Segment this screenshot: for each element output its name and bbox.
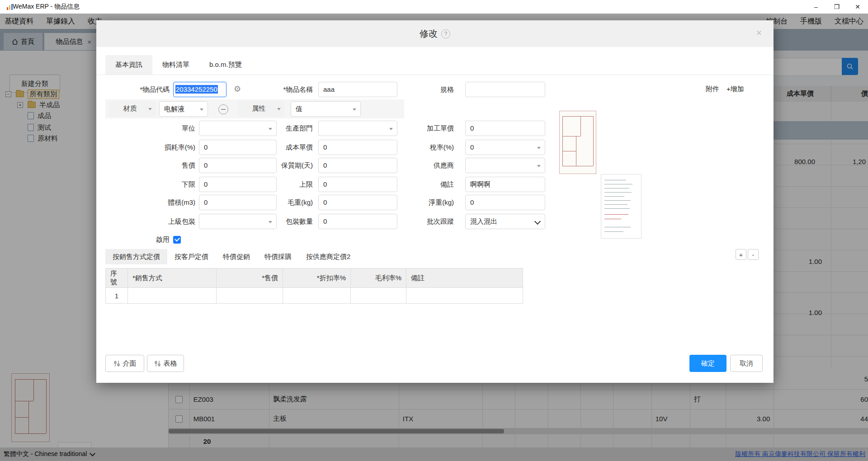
processing-price-label: 加工單價 <box>404 121 454 136</box>
cost-price-input[interactable]: 0 <box>318 140 397 155</box>
pricing-table: 序號 *銷售方式 *售價 *折扣率% 毛利率% 備註 1 <box>105 268 523 304</box>
pricing-table-row: 1 <box>106 288 523 303</box>
add-attachment-button[interactable]: +增加 <box>726 85 744 94</box>
upper-limit-input[interactable]: 0 <box>318 177 397 192</box>
pricing-table-header: 序號 *銷售方式 *售價 *折扣率% 毛利率% 備註 <box>106 268 523 288</box>
tab-basic-info[interactable]: 基本資訊 <box>105 55 152 75</box>
minimize-button[interactable]: – <box>806 0 826 14</box>
attribute-select[interactable]: 属性 <box>237 101 285 117</box>
enable-checkbox[interactable] <box>173 236 181 244</box>
check-icon <box>175 236 180 241</box>
ptab-by-sale-method[interactable]: 按銷售方式定價 <box>105 249 167 264</box>
cancel-button[interactable]: 取消 <box>730 355 763 372</box>
sliders-icon <box>154 360 161 367</box>
package-qty-input[interactable]: 0 <box>318 214 397 229</box>
attachments-label: 附件 <box>706 85 719 94</box>
cell-seq: 1 <box>106 288 128 303</box>
parent-package-label: 上級包裝 <box>96 214 195 229</box>
attribute-value-select[interactable]: 值 <box>291 101 361 117</box>
caret-down-icon <box>200 108 203 111</box>
item-code-label: *物品代碼 <box>96 82 170 97</box>
material-type-select[interactable]: 材质 <box>108 101 156 117</box>
volume-label: 體積(m3) <box>96 195 195 210</box>
ptab-special-promo[interactable]: 特價促銷 <box>216 249 257 264</box>
modal-header: 修改 ? <box>96 20 774 47</box>
ptab-by-supplier2[interactable]: 按供應商定價2 <box>299 249 358 264</box>
net-weight-label: 淨重(kg) <box>404 195 454 210</box>
gear-icon[interactable]: ⚙ <box>234 84 241 94</box>
window-title: WeMax ERP - 物品信息 <box>13 3 80 11</box>
item-name-label: *物品名稱 <box>250 82 313 97</box>
maximize-button[interactable]: ❐ <box>826 0 847 14</box>
header-discount: *折扣率% <box>283 268 351 287</box>
caret-down-icon <box>353 108 356 111</box>
table-settings-button[interactable]: 表格 <box>147 355 184 372</box>
attachment-document-thumbnail[interactable] <box>601 174 642 239</box>
package-qty-label: 包裝數量 <box>250 214 313 229</box>
pricing-tabbar: 按銷售方式定價 按客戶定價 特價促銷 特價採購 按供應商定價2 <box>105 249 358 264</box>
tab-bom-list[interactable]: 物料清單 <box>152 55 199 75</box>
add-row-button[interactable]: + <box>736 249 746 260</box>
modal-tabbar: 基本資訊 物料清單 b.o.m.預覽 <box>105 55 252 75</box>
supplier-label: 供應商 <box>404 158 454 173</box>
app-logo-icon <box>6 4 13 10</box>
header-margin: 毛利率% <box>351 268 406 287</box>
sale-price-label: 售價 <box>96 158 195 173</box>
processing-price-input[interactable]: 0 <box>465 121 545 136</box>
modal-close-icon[interactable]: × <box>753 27 765 39</box>
shelf-life-label: 保質期(天) <box>250 158 313 173</box>
confirm-button[interactable]: 確定 <box>689 355 726 372</box>
ptab-by-customer[interactable]: 按客戶定價 <box>167 249 216 264</box>
spec-label: 規格 <box>404 82 454 97</box>
edit-item-modal: 修改 ? × 基本資訊 物料清單 b.o.m.預覽 附件 +增加 *物品代碼 2… <box>96 20 774 383</box>
attribute-strip: 材质 电解液 属性 值 <box>105 99 404 118</box>
unit-label: 單位 <box>96 121 195 136</box>
ptab-special-purchase[interactable]: 特價採購 <box>257 249 299 264</box>
caret-down-icon <box>537 165 541 167</box>
batch-tracking-label: 批次跟蹤 <box>404 214 454 229</box>
close-window-button[interactable]: ✕ <box>847 0 868 14</box>
enable-label: 啟用 <box>96 232 170 247</box>
item-code-input[interactable]: 20334252250 <box>173 82 226 97</box>
cell-remark[interactable] <box>406 288 522 303</box>
header-remark: 備註 <box>406 268 522 287</box>
selected-text: 20334252250 <box>175 85 218 94</box>
window-titlebar: WeMax ERP - 物品信息 – ❐ ✕ <box>0 0 868 14</box>
tax-rate-select[interactable]: 0 <box>465 140 545 155</box>
caret-down-icon <box>537 147 541 149</box>
cell-margin[interactable] <box>351 288 406 303</box>
gross-weight-label: 毛重(kg) <box>250 195 313 210</box>
header-seq: 序號 <box>106 268 128 287</box>
loss-rate-label: 損耗率(%) <box>96 140 195 155</box>
attachment-floorplan-thumbnail[interactable] <box>559 111 596 174</box>
gross-weight-input[interactable]: 0 <box>318 195 397 210</box>
lower-limit-label: 下限 <box>96 177 195 192</box>
remark-input[interactable]: 啊啊啊 <box>465 177 545 192</box>
net-weight-input[interactable]: 0 <box>465 195 545 210</box>
sliders-icon <box>113 360 120 367</box>
chevron-down-icon <box>534 218 541 225</box>
header-price: *售價 <box>217 268 283 287</box>
caret-down-icon <box>148 108 152 110</box>
material-value-select[interactable]: 电解液 <box>159 101 208 117</box>
supplier-select[interactable] <box>465 158 545 173</box>
spec-input[interactable] <box>465 82 545 97</box>
tab-bom-preview[interactable]: b.o.m.預覽 <box>199 55 252 75</box>
remove-attribute-icon[interactable] <box>218 104 228 114</box>
remove-row-button[interactable]: - <box>748 249 759 260</box>
shelf-life-input[interactable]: 0 <box>318 158 397 173</box>
header-sale-method: *銷售方式 <box>128 268 217 287</box>
interface-settings-button[interactable]: 介面 <box>105 355 144 372</box>
cell-discount[interactable] <box>283 288 351 303</box>
tax-rate-label: 稅率(%) <box>404 140 454 155</box>
caret-down-icon <box>277 108 281 110</box>
caret-down-icon <box>389 128 393 130</box>
help-icon[interactable]: ? <box>441 29 450 38</box>
remark-label: 備註 <box>404 177 454 192</box>
production-dept-select[interactable] <box>318 121 397 136</box>
cell-price[interactable] <box>217 288 283 303</box>
item-name-input[interactable]: aaa <box>318 82 397 97</box>
cell-sale-method[interactable] <box>128 288 217 303</box>
modal-title: 修改 <box>420 28 438 40</box>
batch-tracking-select[interactable]: 混入混出 <box>465 214 545 229</box>
